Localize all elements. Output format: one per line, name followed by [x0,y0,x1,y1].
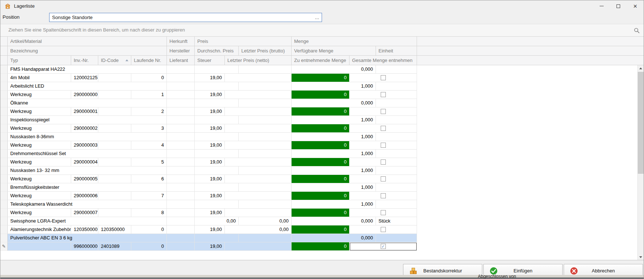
cell-netto[interactable] [225,91,292,99]
cell-typ[interactable]: Werkzeug [8,175,71,183]
cell-verf[interactable]: 0,000 [292,99,376,107]
scroll-down-button[interactable] [638,254,644,260]
cell-steuer[interactable]: 19,00 [195,124,225,133]
cell-brutto[interactable] [239,183,292,192]
cell-zuentn[interactable]: 0 [292,124,350,133]
cell-lieferant[interactable] [167,242,195,251]
row-indicator[interactable] [0,116,8,124]
cell-gesamt[interactable] [350,225,417,234]
cell-einheit[interactable] [376,99,417,107]
row-indicator[interactable] [0,82,8,91]
scroll-up-button[interactable] [638,65,644,71]
row-indicator[interactable] [0,234,8,242]
cell-zuentn[interactable]: 0 [292,242,350,251]
cell-brutto[interactable] [239,65,292,74]
band-header-artikel[interactable]: Artikel/Material [8,37,167,46]
cell-brutto[interactable] [239,150,292,158]
record-row-typ[interactable]: Werkzeug290000007819,000 [0,209,644,217]
record-row-bezeichnung[interactable]: Teleskopkamera Wasserdicht1,000 [0,200,644,209]
cell-zuentn[interactable]: 0 [292,74,350,82]
record-row-typ[interactable]: Werkzeug290000000119,000 [0,91,644,99]
close-button[interactable]: × [627,0,644,12]
search-icon[interactable] [634,27,640,33]
cell-gesamt[interactable]: ✓ [350,242,417,251]
cell-gesamt[interactable] [350,209,417,217]
cell-gesamt[interactable] [350,74,417,82]
cell-inv[interactable]: 290000005 [71,175,98,183]
gesamte-menge-checkbox[interactable] [381,227,386,232]
row-indicator[interactable] [0,150,8,158]
cell-bezeichnung[interactable]: Swissphone LGRA-Expert [8,217,167,225]
cell-gesamt[interactable] [350,158,417,166]
cell-lfd[interactable]: 7 [131,192,167,200]
row-indicator[interactable] [0,124,8,133]
column-header-typ[interactable]: Typ [8,56,71,65]
cell-gesamt[interactable] [350,141,417,150]
cell-durchschn[interactable] [195,183,239,192]
column-header-steuer[interactable]: Steuer [195,56,225,65]
cell-lieferant[interactable] [167,74,195,82]
cell-bezeichnung[interactable]: Pulverlöscher ABC EN 3 6 kg [8,234,167,242]
cell-lieferant[interactable] [167,141,195,150]
cell-einheit[interactable] [376,166,417,175]
cell-steuer[interactable]: 19,00 [195,158,225,166]
cell-zuentn[interactable]: 0 [292,91,350,99]
cell-brutto[interactable] [239,166,292,175]
cell-einheit[interactable] [376,133,417,141]
cell-hersteller[interactable] [167,82,195,91]
cell-netto[interactable] [225,192,292,200]
cell-typ[interactable]: Alamierungstechnik Zubehör [8,225,71,234]
cell-lfd[interactable]: 0 [131,225,167,234]
row-indicator[interactable] [0,183,8,192]
cell-durchschn[interactable] [195,99,239,107]
cell-inv[interactable]: 290000003 [71,141,98,150]
cell-bezeichnung[interactable]: Arbeitslicht LED [8,82,167,91]
cell-lfd[interactable]: 5 [131,158,167,166]
cell-brutto[interactable] [239,99,292,107]
cell-bezeichnung[interactable]: Nusskasten 13- 32 mm [8,166,167,175]
row-indicator[interactable] [0,133,8,141]
cell-steuer[interactable]: 19,00 [195,175,225,183]
column-header-hersteller[interactable]: Hersteller [167,46,195,56]
cell-hersteller[interactable] [167,217,195,225]
cell-durchschn[interactable] [195,234,239,242]
cell-einheit[interactable] [376,183,417,192]
cell-inv[interactable]: 120002125 [71,74,98,82]
position-combo[interactable]: Sonstige Standorte … [49,13,322,22]
record-row-typ[interactable]: Werkzeug290000006719,000 [0,192,644,200]
cell-gesamt[interactable] [350,175,417,183]
cell-durchschn[interactable] [195,150,239,158]
cell-inv[interactable]: 290000006 [71,192,98,200]
band-header-menge[interactable]: Menge [292,37,417,46]
cell-einheit[interactable] [376,150,417,158]
cell-zuentn[interactable]: 0 [292,141,350,150]
record-row-typ[interactable]: Werkzeug290000003419,000 [0,141,644,150]
cell-gesamt[interactable] [350,192,417,200]
cell-einheit[interactable] [376,82,417,91]
cell-lieferant[interactable] [167,225,195,234]
row-indicator[interactable] [0,99,8,107]
column-header-durchschn[interactable]: Durchschn. Preis [195,46,239,56]
record-row-bezeichnung[interactable]: Nusskasten 13- 32 mm1,000 [0,166,644,175]
cell-id[interactable]: 2401089 [98,242,131,251]
cell-id[interactable] [98,209,131,217]
cell-id[interactable] [98,175,131,183]
cell-steuer[interactable]: 19,00 [195,192,225,200]
band-header-preis[interactable]: Preis [195,37,292,46]
gesamte-menge-checkbox[interactable] [381,176,386,181]
cell-lfd[interactable]: 1 [131,91,167,99]
cell-id[interactable]: 120350000 [98,225,131,234]
cell-verf[interactable]: 1,000 [292,82,376,91]
column-header-einheit[interactable]: Einheit [376,46,417,56]
row-indicator[interactable] [0,141,8,150]
cell-brutto[interactable] [239,133,292,141]
cell-lfd[interactable]: 2 [131,107,167,116]
cell-zuentn[interactable]: 0 [292,175,350,183]
row-indicator[interactable] [0,192,8,200]
cell-durchschn[interactable] [195,65,239,74]
cell-typ[interactable] [8,242,71,251]
cell-hersteller[interactable] [167,200,195,209]
row-indicator[interactable] [0,209,8,217]
cell-id[interactable] [98,91,131,99]
record-row-bezeichnung[interactable]: FMS Handapparat HA2220,000 [0,65,644,74]
